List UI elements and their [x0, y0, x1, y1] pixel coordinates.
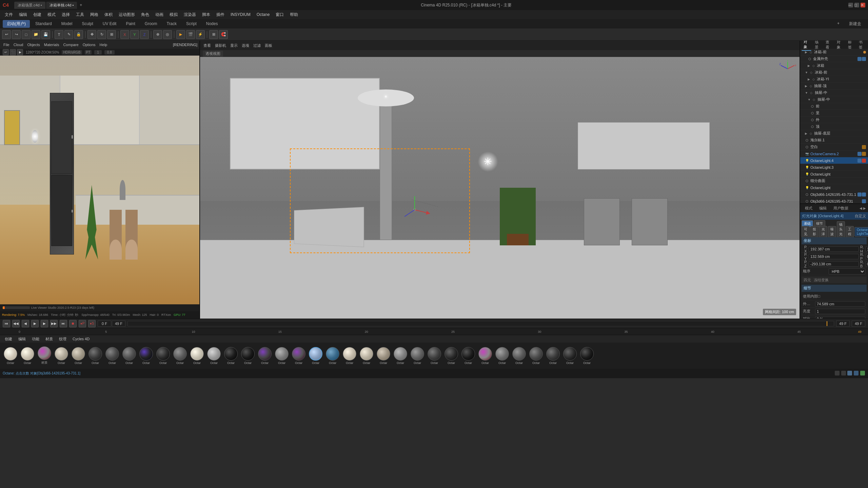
- menu-tools[interactable]: 工具: [73, 11, 87, 18]
- tool-new[interactable]: □: [22, 30, 31, 39]
- om-item-obj1[interactable]: ⬡ Obj3d66-1426195-43-731.1: [800, 191, 868, 198]
- ws-tab-script[interactable]: Script: [182, 20, 201, 27]
- mat-menu-cycles[interactable]: Cycles 4D: [71, 337, 92, 341]
- tool-scale[interactable]: ⊞: [107, 30, 116, 39]
- tool-grid[interactable]: ⊞: [209, 30, 218, 39]
- om-item-subdiv[interactable]: ⬡ 细分曲面: [800, 178, 868, 184]
- vp-menu-camera[interactable]: 摄影机: [214, 43, 228, 48]
- material-item-11[interactable]: Octar: [189, 347, 205, 365]
- timeline-prev-frame[interactable]: ◀: [22, 320, 29, 327]
- tool-move[interactable]: ✥: [87, 30, 96, 39]
- menu-edit[interactable]: 编辑: [16, 11, 30, 18]
- frame-end[interactable]: 49 F: [836, 321, 850, 327]
- material-item-12[interactable]: Octar: [206, 347, 222, 365]
- om-item-drawer-bottom[interactable]: ▶ ◇ 抽屉-底层: [800, 130, 868, 137]
- ws-tab-standard[interactable]: Standard: [31, 20, 56, 27]
- lv-undo[interactable]: ↩: [3, 49, 9, 55]
- attr-rotation-mode-select[interactable]: HPB: [829, 268, 865, 274]
- om-item-drawer-mid2[interactable]: ▼ ◇ 抽屉-中: [800, 96, 868, 103]
- menu-create[interactable]: 创建: [31, 11, 44, 18]
- lv-menu-cloud[interactable]: Cloud: [12, 43, 25, 47]
- mat-menu-texture[interactable]: 纹理: [57, 337, 68, 342]
- material-item-28[interactable]: Octar: [477, 347, 493, 365]
- tab-scene1[interactable]: 冰箱场景.c4d •: [14, 2, 45, 9]
- tool-text[interactable]: T: [55, 30, 63, 39]
- close-button[interactable]: ✕: [861, 3, 865, 7]
- menu-character[interactable]: 角色: [138, 11, 152, 18]
- om-item-obj2[interactable]: ⬡ Obj3d66-1426195-43-731: [800, 198, 868, 203]
- lv-menu-options[interactable]: Options: [81, 43, 97, 47]
- tool-render-preview[interactable]: ▶: [176, 30, 185, 39]
- vp-menu-panel[interactable]: 面板: [263, 43, 274, 48]
- menu-animation[interactable]: 动画: [153, 11, 166, 18]
- menu-mode[interactable]: 模式: [45, 11, 58, 18]
- timeline-record-pos[interactable]: ●P: [79, 320, 86, 327]
- tool-lock[interactable]: 🔒: [74, 30, 83, 39]
- material-item-34[interactable]: Octar: [579, 347, 595, 365]
- expand-drawer-mid2[interactable]: ▼: [808, 98, 811, 101]
- material-item-16[interactable]: Octar: [274, 347, 290, 365]
- tool-y[interactable]: Y: [130, 30, 139, 39]
- om-item-outside[interactable]: ⬡ 外: [800, 117, 868, 123]
- om-item-fridge-front2[interactable]: ▼ ◇ 冰箱-前: [800, 69, 868, 76]
- maximize-button[interactable]: □: [854, 3, 859, 7]
- material-item-6[interactable]: Octar: [104, 347, 120, 365]
- material-item-13[interactable]: Octar: [223, 347, 239, 365]
- material-item-23[interactable]: Octar: [393, 347, 408, 365]
- menu-window[interactable]: 窗口: [273, 11, 287, 18]
- material-item-4[interactable]: Octar: [71, 347, 86, 365]
- tool-render[interactable]: 🎬: [186, 30, 195, 39]
- material-item-14[interactable]: Octar: [240, 347, 256, 365]
- lv-hdr-mode[interactable]: HDR/sRGB: [62, 50, 82, 55]
- om-item-drawer-top[interactable]: ▶ ◇ 抽屉-顶: [800, 83, 868, 89]
- mat-menu-function[interactable]: 功能: [30, 337, 41, 342]
- material-item-29[interactable]: Octar: [494, 347, 510, 365]
- expand-fridge-front[interactable]: ▶: [805, 50, 807, 54]
- material-item-8[interactable]: Octar: [138, 347, 154, 365]
- ws-tab-paint[interactable]: Paint: [122, 20, 139, 27]
- menu-insydium[interactable]: INSYDIUM: [228, 12, 253, 18]
- material-item-24[interactable]: Octar: [410, 347, 425, 365]
- tool-z[interactable]: Z: [140, 30, 149, 39]
- expand-drawer-top[interactable]: ▶: [805, 84, 807, 88]
- tool-paint[interactable]: ✎: [64, 30, 73, 39]
- lv-menu-help[interactable]: Help: [98, 43, 109, 47]
- expand-fridge-yi[interactable]: ▶: [808, 78, 810, 81]
- material-item-2[interactable]: 材质: [37, 346, 52, 365]
- tool-rotate[interactable]: ↻: [97, 30, 106, 39]
- om-item-blank[interactable]: ⬡ 空白: [800, 144, 868, 150]
- menu-body[interactable]: 体积: [102, 11, 115, 18]
- coord-input-rp[interactable]: [865, 254, 868, 259]
- menu-mograph[interactable]: 运动图形: [116, 11, 138, 18]
- lv-menu-objects[interactable]: Objects: [26, 43, 41, 47]
- tool-x[interactable]: X: [120, 30, 129, 39]
- om-item-octane-cam[interactable]: 📷 OctaneCamera.2: [800, 150, 868, 157]
- material-item-27[interactable]: Octar: [460, 347, 476, 365]
- attr-tab-userdata[interactable]: 用户数据: [831, 205, 851, 211]
- om-item-fridge-front[interactable]: ▶ ◇ 冰箱-前: [800, 49, 868, 56]
- om-item-fridge-yi[interactable]: ▶ ◇ 冰箱-YI: [800, 76, 868, 83]
- ws-new-workspace[interactable]: 新建盒: [845, 20, 865, 28]
- material-item-21[interactable]: Octar: [359, 347, 374, 365]
- vp-menu-view[interactable]: 查看: [202, 43, 212, 48]
- om-item-octane-light2[interactable]: 💡 OctaneLight: [800, 184, 868, 191]
- ws-tab-sculpt[interactable]: Sculpt: [78, 20, 97, 27]
- timeline-play[interactable]: ▶: [31, 320, 39, 327]
- timeline-next-key[interactable]: ▶▶: [50, 320, 58, 327]
- material-item-22[interactable]: Octar: [376, 347, 391, 365]
- om-item-metal-shell[interactable]: ⬡ 金属外壳: [800, 56, 868, 62]
- material-item-18[interactable]: Octar: [308, 347, 323, 365]
- ws-tab-track[interactable]: Track: [162, 20, 181, 27]
- ws-tab-nodes[interactable]: Nodes: [202, 20, 222, 27]
- timeline-record[interactable]: ⏺: [69, 320, 77, 327]
- material-item-3[interactable]: Octar: [54, 347, 69, 365]
- tool-snap[interactable]: 🧲: [219, 30, 228, 39]
- coord-input-rb[interactable]: [865, 261, 868, 267]
- material-item-31[interactable]: Octar: [528, 347, 544, 365]
- lv-play[interactable]: ▶: [17, 49, 23, 55]
- material-item-0[interactable]: Octar: [3, 347, 18, 365]
- timeline-to-end[interactable]: ⏭: [60, 320, 67, 327]
- vp-menu-filter[interactable]: 过滤: [252, 43, 262, 48]
- lv-menu-compare[interactable]: Compare: [62, 43, 80, 47]
- timeline-prev-key[interactable]: ◀◀: [12, 320, 20, 327]
